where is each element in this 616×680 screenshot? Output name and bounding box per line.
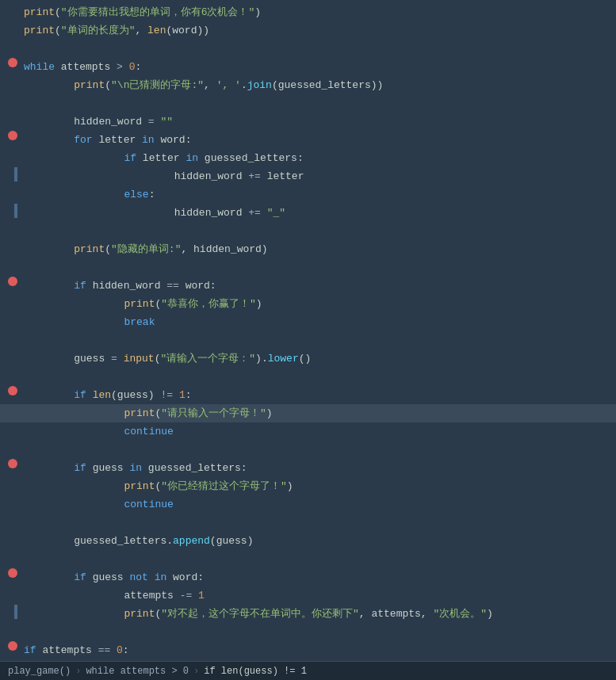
line-content: print("请只输入一个字母！") (24, 404, 610, 422)
code-line: continue (0, 495, 616, 514)
code-line: continue (0, 422, 616, 441)
status-bar: play_game() › while attempts > 0 › if le… (0, 661, 616, 680)
code-line: guess = input("请输入一个字母：").lower() (0, 350, 616, 368)
code-line: print("隐藏的单词:", hidden_word) (0, 240, 616, 258)
line-content: if letter in guessed_letters: (24, 149, 610, 167)
gutter (0, 641, 24, 651)
gutter (0, 167, 24, 181)
line-content (24, 40, 610, 58)
line-content: for letter in word: (24, 131, 610, 149)
code-line: if guess in guessed_letters: (0, 459, 616, 477)
code-line: while attempts > 0: (0, 58, 616, 76)
breakpoint-dot (8, 386, 17, 395)
line-content: print("单词的长度为", len(word)) (24, 21, 610, 40)
code-line: print("恭喜你，你赢了！") (0, 295, 616, 313)
code-line (0, 331, 616, 350)
line-content (24, 331, 610, 350)
line-content (24, 514, 610, 532)
line-content: else: (24, 185, 610, 204)
code-line (0, 94, 616, 113)
code-line (0, 222, 616, 240)
code-line (0, 623, 616, 641)
line-content: continue (24, 495, 610, 514)
line-content: attempts -= 1 (24, 586, 610, 605)
gutter (0, 277, 24, 286)
breakpoint-dot (8, 459, 17, 468)
breadcrumb-sep-1: › (75, 666, 81, 677)
code-line: for letter in word: (0, 131, 616, 149)
line-content: if hidden_word == word: (24, 277, 610, 295)
line-content: print("对不起，这个字母不在单词中。你还剩下", attempts, "次… (24, 605, 610, 623)
gutter (0, 386, 24, 395)
gutter (0, 204, 24, 218)
line-content: if guess in guessed_letters: (24, 459, 610, 477)
line-content: guessed_letters.append(guess) (24, 532, 610, 550)
line-content: print("恭喜你，你赢了！") (24, 295, 610, 313)
breakpoint-dot (8, 568, 17, 578)
code-line: print("\n已猜测的字母:", ', '.join(guessed_let… (0, 76, 616, 94)
breadcrumb-while: while attempts > 0 (86, 666, 189, 677)
code-line (0, 258, 616, 277)
line-content: guess = input("请输入一个字母：").lower() (24, 350, 610, 368)
code-line (0, 368, 616, 386)
line-content: if guess not in word: (24, 568, 610, 586)
line-content: hidden_word += letter (24, 167, 610, 185)
line-content (24, 441, 610, 459)
line-content (24, 258, 610, 277)
line-content: print("你需要猜出我想的单词，你有6次机会！") (24, 3, 610, 21)
breakpoint-dot (8, 131, 17, 140)
line-content (24, 222, 610, 240)
breadcrumb-play-game: play_game() (8, 666, 71, 677)
line-content: print("很遗憾，你输了！正确的单词是", word) (24, 659, 610, 661)
code-line: print("你需要猜出我想的单词，你有6次机会！") (0, 3, 616, 21)
code-line: if guess not in word: (0, 568, 616, 586)
code-content: print("你需要猜出我想的单词，你有6次机会！") print("单词的长度… (0, 0, 616, 661)
code-line: hidden_word = "" (0, 113, 616, 131)
line-content (24, 623, 610, 641)
code-line: print("请只输入一个字母！") (0, 404, 616, 422)
code-line: print("单词的长度为", len(word)) (0, 21, 616, 40)
line-content: break (24, 313, 610, 331)
line-content: print("你已经猜过这个字母了！") (24, 477, 610, 495)
code-line: print("你已经猜过这个字母了！") (0, 477, 616, 495)
code-editor: print("你需要猜出我想的单词，你有6次机会！") print("单词的长度… (0, 0, 616, 661)
line-content: if attempts == 0: (24, 641, 610, 659)
gutter (0, 131, 24, 140)
code-line: if len(guess) != 1: (0, 386, 616, 404)
code-line: print("对不起，这个字母不在单词中。你还剩下", attempts, "次… (0, 605, 616, 623)
breakpoint-dot (8, 641, 17, 651)
line-content (24, 550, 610, 568)
breakpoint-dot (8, 58, 17, 67)
breadcrumb-sep-2: › (193, 666, 199, 677)
line-content: continue (24, 422, 610, 441)
code-line: print("很遗憾，你输了！正确的单词是", word) (0, 659, 616, 661)
code-line (0, 550, 616, 568)
line-content: hidden_word = "" (24, 113, 610, 131)
line-content (24, 368, 610, 386)
gutter (0, 58, 24, 67)
line-content: hidden_word += "_" (24, 204, 610, 222)
gutter (0, 605, 24, 619)
code-line (0, 514, 616, 532)
gutter (0, 459, 24, 468)
line-content: print("\n已猜测的字母:", ', '.join(guessed_let… (24, 76, 610, 94)
line-content: if len(guess) != 1: (24, 386, 610, 404)
code-line (0, 40, 616, 58)
code-line: else: (0, 185, 616, 204)
code-line: guessed_letters.append(guess) (0, 532, 616, 550)
code-line: hidden_word += "_" (0, 204, 616, 222)
code-line: if hidden_word == word: (0, 277, 616, 295)
code-line: if attempts == 0: (0, 641, 616, 659)
code-line: break (0, 313, 616, 331)
gutter (0, 568, 24, 578)
line-content: while attempts > 0: (24, 58, 610, 76)
line-content (24, 94, 610, 113)
line-content: print("隐藏的单词:", hidden_word) (24, 240, 610, 258)
code-line: if letter in guessed_letters: (0, 149, 616, 167)
breadcrumb-if-len: if len(guess) != 1 (204, 666, 307, 677)
code-line: hidden_word += letter (0, 167, 616, 185)
code-line: attempts -= 1 (0, 586, 616, 605)
breakpoint-dot (8, 277, 17, 286)
code-line (0, 441, 616, 459)
